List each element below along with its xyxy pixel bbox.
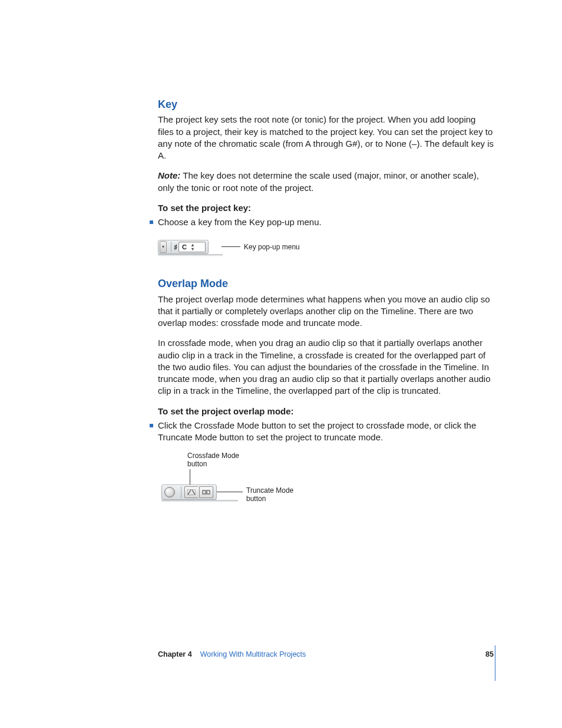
crossfade-icon	[187, 489, 196, 495]
crossfade-callout: Crossfade Mode button	[187, 452, 239, 468]
separator	[171, 242, 171, 252]
separator	[181, 486, 181, 498]
key-note: Note: The key does not determine the sca…	[158, 170, 494, 194]
footer-title: Working With Multitrack Projects	[200, 650, 306, 660]
stepper-arrows-icon: ▴▾	[191, 243, 194, 251]
truncate-mode-button[interactable]	[199, 486, 213, 498]
footer-chapter: Chapter 4	[158, 650, 192, 660]
heading-overlap: Overlap Mode	[158, 276, 494, 291]
svg-rect-2	[207, 490, 210, 494]
svg-rect-0	[188, 490, 196, 495]
overlap-bullet-1: Click the Crossfade Mode button to set t…	[158, 420, 494, 444]
key-callout-label: Key pop-up menu	[244, 242, 300, 252]
callout-line	[222, 246, 240, 247]
overlap-paragraph-1: The project overlap mode determines what…	[158, 294, 494, 330]
key-popup-value: C	[182, 243, 187, 252]
key-bullet-1: Choose a key from the Key pop-up menu.	[158, 216, 494, 228]
overlap-instruction: To set the project overlap mode:	[158, 406, 494, 417]
svg-rect-1	[203, 490, 206, 494]
overlap-paragraph-2: In crossfade mode, when you drag an audi…	[158, 337, 494, 397]
figure-key-popup: ▾ ♯ C ▴▾ Key pop-up menu	[158, 236, 494, 260]
truncate-callout: Truncate Mode button	[246, 486, 293, 503]
page-footer: Chapter 4 Working With Multitrack Projec…	[158, 650, 494, 660]
toolbar-shadow	[158, 254, 223, 256]
note-label: Note:	[158, 170, 180, 180]
heading-key: Key	[158, 97, 494, 111]
toolbar-shadow	[161, 500, 238, 502]
callout-line	[190, 469, 190, 486]
truncate-icon	[202, 489, 210, 495]
crossfade-callout-line1: Crossfade Mode	[187, 452, 239, 460]
crossfade-mode-button[interactable]	[184, 486, 198, 498]
figure-overlap-mode: Crossfade Mode button	[181, 452, 494, 522]
key-popup-menu[interactable]: C ▴▾	[178, 242, 206, 252]
overlap-toolbar	[161, 485, 217, 500]
record-indicator[interactable]	[164, 487, 175, 498]
dropdown-stub[interactable]: ▾	[160, 241, 167, 253]
truncate-callout-line1: Truncate Mode	[246, 486, 293, 495]
key-paragraph-1: The project key sets the root note (or t…	[158, 114, 494, 162]
sharp-icon: ♯	[174, 242, 177, 253]
footer-page-number: 85	[485, 650, 494, 660]
crossfade-callout-line2: button	[187, 460, 239, 468]
footer-rule	[495, 645, 495, 681]
note-text: The key does not determine the scale use…	[158, 170, 479, 192]
callout-line	[217, 492, 243, 492]
key-toolbar: ▾ ♯ C ▴▾	[158, 240, 209, 254]
truncate-callout-line2: button	[246, 495, 293, 503]
key-instruction: To set the project key:	[158, 202, 494, 214]
